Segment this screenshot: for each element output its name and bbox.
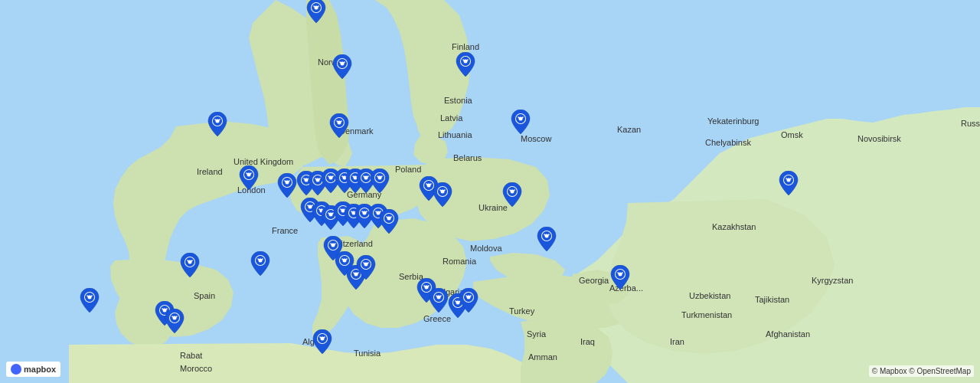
mapbox-logo-text: mapbox — [24, 365, 56, 374]
map-pin-pin5[interactable] — [328, 113, 350, 138]
map-pin-pin8[interactable] — [276, 173, 298, 198]
mapbox-logo: mapbox — [6, 362, 60, 377]
map-pin-pin42[interactable] — [609, 265, 631, 290]
map-attribution: © Mapbox © OpenStreetMap — [869, 365, 974, 377]
map-pin-pin2[interactable] — [332, 54, 353, 79]
map-pin-pin32[interactable] — [250, 251, 271, 276]
map-pin-pin1[interactable] — [305, 0, 327, 23]
map-pin-pin30[interactable] — [164, 309, 185, 333]
map-pin-pin40[interactable] — [458, 288, 479, 313]
mapbox-logo-icon — [11, 364, 21, 375]
map-pin-pin7[interactable] — [238, 165, 260, 190]
map-pin-pin23[interactable] — [378, 209, 400, 234]
map-pin-pin41[interactable] — [312, 329, 333, 354]
map-container: NorwayFinlandEstoniaLatviaLithuaniaBelar… — [0, 0, 980, 383]
map-pin-pin4[interactable] — [207, 112, 228, 136]
map-pin-pin3[interactable] — [455, 52, 476, 77]
map-pin-pin31[interactable] — [79, 288, 100, 313]
map-pin-pin35[interactable] — [501, 182, 523, 207]
map-pin-pin27[interactable] — [355, 255, 377, 280]
map-pin-pin6[interactable] — [510, 110, 531, 134]
map-pin-pin36[interactable] — [536, 227, 557, 251]
map-pin-pin38[interactable] — [428, 288, 449, 313]
map-pin-pin15[interactable] — [369, 169, 390, 193]
map-svg — [0, 0, 980, 383]
map-pin-pin43[interactable] — [778, 171, 799, 195]
map-pin-pin28[interactable] — [179, 253, 201, 277]
map-pin-pin34[interactable] — [432, 182, 453, 207]
